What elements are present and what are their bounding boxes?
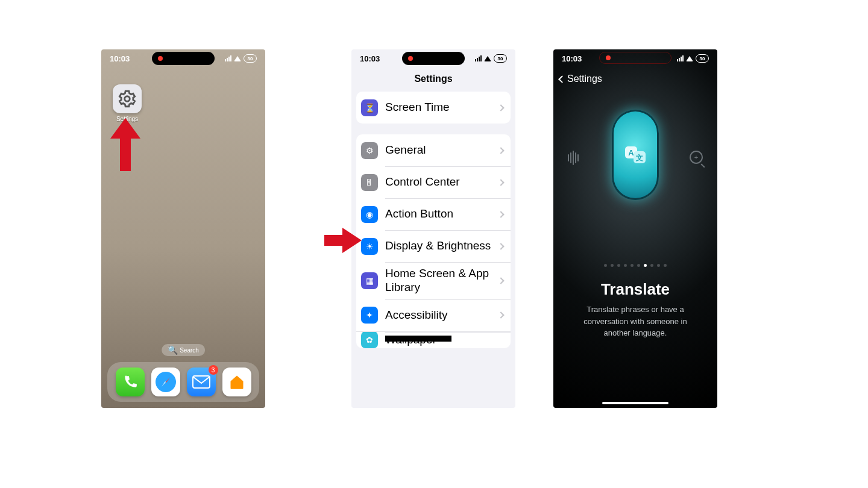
status-bar: 10:03 30 — [101, 49, 265, 67]
home-search-button[interactable]: 🔍 Search — [162, 344, 205, 356]
row-label: Control Center — [385, 175, 491, 189]
action-title: Translate — [553, 280, 717, 299]
chevron-right-icon — [497, 104, 504, 111]
search-icon: 🔍 — [168, 346, 178, 354]
home-indicator[interactable] — [602, 402, 668, 404]
search-label: Search — [180, 347, 199, 354]
svg-rect-4 — [193, 376, 210, 388]
row-label: Action Button — [385, 207, 491, 221]
recording-indicator-icon — [408, 56, 413, 61]
battery-icon: 30 — [244, 54, 257, 63]
chevron-right-icon — [497, 311, 504, 318]
wallpaper-icon: ✿ — [361, 331, 378, 348]
status-time: 10:03 — [360, 54, 380, 63]
chevron-right-icon — [497, 277, 504, 284]
dock: 3 — [107, 362, 259, 402]
settings-list[interactable]: ⏳ Screen Time ⚙ General 🎚 Control Center… — [351, 92, 515, 348]
row-wallpaper[interactable]: ✿ Wallpaper — [356, 331, 511, 348]
wifi-icon — [234, 56, 241, 61]
settings-app[interactable]: Settings — [110, 84, 145, 122]
chevron-right-icon — [497, 179, 504, 186]
row-general[interactable]: ⚙ General — [356, 134, 511, 166]
wifi-icon — [686, 56, 693, 61]
svg-text:文: 文 — [635, 154, 643, 162]
dynamic-island[interactable] — [152, 52, 215, 65]
dock-home-app[interactable] — [222, 368, 251, 396]
prev-action-hint-icon — [568, 151, 579, 165]
home-screen-icon: ▦ — [361, 272, 378, 289]
dock-phone-app[interactable] — [116, 368, 145, 396]
nav-title: Settings — [351, 67, 515, 92]
svg-marker-9 — [110, 118, 140, 171]
action-button-stage[interactable]: A 文 — [553, 84, 717, 259]
status-right-cluster: 30 — [475, 54, 507, 63]
battery-percent: 30 — [700, 56, 705, 61]
back-to-settings[interactable]: Settings — [553, 67, 717, 84]
row-display-brightness[interactable]: ☀ Display & Brightness — [356, 230, 511, 262]
row-accessibility[interactable]: ✦ Accessibility — [356, 299, 511, 331]
action-description: Translate phrases or have a conversation… — [553, 299, 717, 339]
next-action-hint-icon — [690, 151, 703, 164]
cell-signal-icon — [677, 55, 684, 61]
status-bar: 10:03 30 — [351, 49, 515, 67]
dock-safari-app[interactable] — [151, 368, 180, 396]
back-label: Settings — [567, 74, 602, 84]
display-brightness-icon: ☀ — [361, 238, 378, 255]
row-screen-time[interactable]: ⏳ Screen Time — [356, 92, 511, 124]
settings-gear-icon — [113, 84, 142, 113]
row-label: Display & Brightness — [385, 239, 491, 253]
annotation-arrow-to-action-button-row — [324, 228, 362, 253]
svg-point-0 — [125, 96, 130, 102]
status-right-cluster: 30 — [225, 54, 257, 63]
chevron-right-icon — [497, 147, 504, 154]
general-icon: ⚙ — [361, 142, 378, 159]
recording-indicator-icon — [158, 56, 163, 61]
battery-icon: 30 — [494, 54, 507, 63]
status-bar: 10:03 30 — [553, 49, 717, 67]
control-center-icon: 🎚 — [361, 174, 378, 191]
annotation-arrow-to-settings-icon — [110, 118, 140, 171]
row-label: General — [385, 143, 491, 157]
action-button-icon: ◉ — [361, 206, 378, 223]
mail-badge: 3 — [209, 365, 218, 375]
dock-mail-app[interactable]: 3 — [187, 368, 216, 396]
row-home-screen[interactable]: ▦ Home Screen & App Library — [356, 262, 511, 299]
row-label: Home Screen & App Library — [385, 267, 491, 295]
row-control-center[interactable]: 🎚 Control Center — [356, 166, 511, 198]
recording-indicator-icon — [606, 55, 611, 60]
phone-action-button-detail: 10:03 30 Settings A 文 Transl — [553, 49, 717, 408]
status-right-cluster: 30 — [677, 54, 709, 63]
accessibility-icon: ✦ — [361, 307, 378, 324]
chevron-right-icon — [497, 243, 504, 249]
wifi-icon — [484, 56, 491, 61]
battery-percent: 30 — [498, 56, 503, 61]
status-time: 10:03 — [110, 54, 130, 63]
screen-time-icon: ⏳ — [361, 99, 378, 116]
row-label: Screen Time — [385, 101, 491, 114]
page-indicator[interactable] — [553, 264, 717, 267]
status-time: 10:03 — [562, 54, 582, 63]
row-action-button[interactable]: ◉ Action Button — [356, 198, 511, 230]
chevron-right-icon — [497, 211, 504, 217]
battery-icon: 30 — [696, 54, 709, 63]
phone-home-screen: 10:03 30 Settings 🔍 Search — [101, 49, 265, 408]
dynamic-island[interactable] — [599, 52, 671, 64]
battery-percent: 30 — [248, 56, 253, 61]
svg-marker-10 — [324, 228, 362, 253]
row-label: Accessibility — [385, 308, 491, 322]
cell-signal-icon — [475, 55, 482, 61]
dynamic-island[interactable] — [402, 52, 465, 65]
phone-settings-list: 10:03 30 Settings ⏳ Screen Time ⚙ Genera… — [351, 49, 515, 408]
svg-text:A: A — [628, 148, 634, 157]
row-label: Wallpaper — [385, 333, 505, 347]
cell-signal-icon — [225, 55, 231, 61]
translate-icon: A 文 — [623, 143, 647, 167]
chevron-left-icon — [558, 75, 566, 83]
action-button-preview: A 文 — [612, 110, 659, 200]
